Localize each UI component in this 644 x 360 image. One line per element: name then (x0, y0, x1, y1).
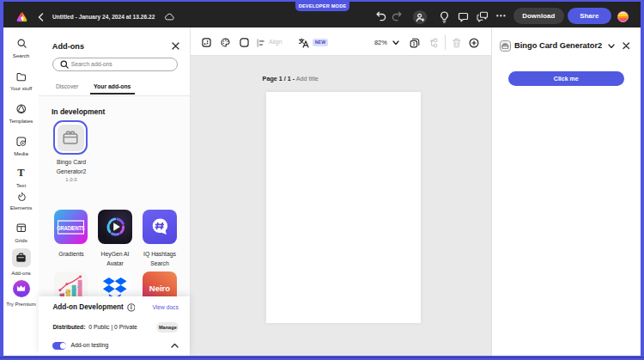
svg-text:1: 1 (412, 41, 415, 46)
